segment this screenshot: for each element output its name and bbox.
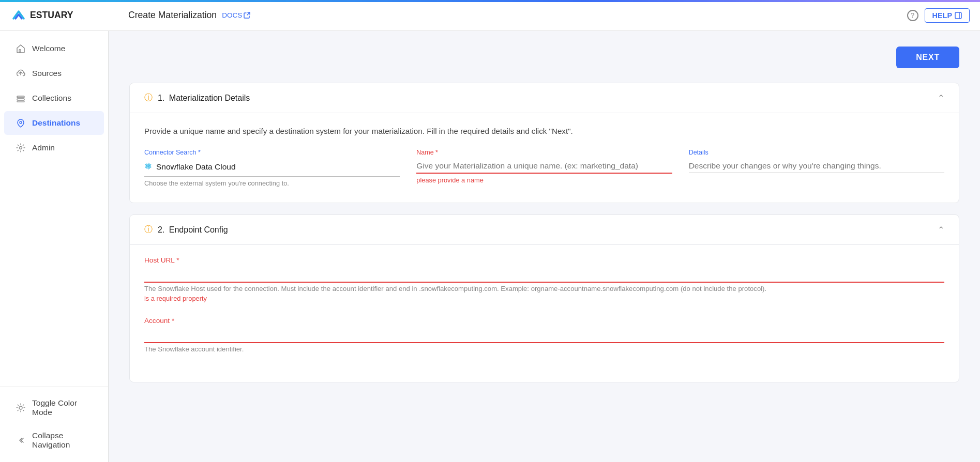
chevron-left-icon [16,435,26,445]
svg-point-6 [20,121,22,124]
topbar-right: ? HELP [907,8,970,23]
section-2-chevron: ⌃ [938,225,944,235]
name-input[interactable] [416,159,672,174]
section-1-body: Provide a unique name and specify a dest… [130,113,959,203]
materialization-details-header[interactable]: ⓘ 1. Materialization Details ⌃ [130,83,959,113]
name-field: Name * please provide a name [416,149,672,187]
endpoint-config-section: ⓘ 2. Endpoint Config ⌃ Host URL * The Sn… [129,214,959,382]
sun-icon [16,403,26,413]
sidebar-item-admin[interactable]: Admin [4,136,104,160]
account-input[interactable] [144,328,944,343]
svg-rect-2 [19,50,21,52]
collections-icon [16,93,26,103]
svg-rect-3 [17,96,24,98]
connector-search-value: ❅ Snowflake Data Cloud [144,159,400,175]
details-input[interactable] [689,159,944,173]
endpoint-section-header-left: ⓘ 2. Endpoint Config [144,224,228,235]
svg-rect-0 [955,12,961,19]
details-label: Details [689,149,944,156]
cloud-upload-icon [16,68,26,79]
next-button[interactable]: NEXT [896,47,959,68]
snowflake-icon: ❅ [144,161,152,172]
layout: Welcome Sources Collections Destinations… [0,31,980,462]
section-1-description: Provide a unique name and specify a dest… [144,127,944,135]
host-url-block: Host URL * The Snowflake Host used for t… [144,256,944,302]
sidebar-item-sources[interactable]: Sources [4,61,104,85]
logo-icon [10,7,27,24]
connector-search-label: Connector Search * [144,149,400,156]
sidebar-item-destinations-label: Destinations [32,118,80,128]
next-btn-row: NEXT [129,47,959,68]
topbar-accent [0,0,980,2]
destinations-icon [16,118,26,128]
external-link-icon [244,12,250,19]
sidebar-item-collapse-nav[interactable]: Collapse Navigation [4,424,104,456]
sidebar-item-collapse-nav-label: Collapse Navigation [32,431,93,450]
host-url-label: Host URL * [144,256,944,264]
section-1-title: 1. Materialization Details [158,94,250,103]
sidebar-item-toggle-color[interactable]: Toggle Color Mode [4,392,104,424]
sidebar-item-toggle-color-label: Toggle Color Mode [32,398,93,417]
sidebar-item-collections-label: Collections [32,94,71,103]
sidebar-item-admin-label: Admin [32,143,55,152]
logo: ESTUARY [10,7,114,24]
section-2-title: 2. Endpoint Config [158,225,228,235]
section-header-left: ⓘ 1. Materialization Details [144,93,250,103]
topbar: ESTUARY Create Materialization DOCS ? HE… [0,0,980,31]
endpoint-section-body: Host URL * The Snowflake Host used for t… [130,245,959,382]
help-question-icon[interactable]: ? [907,10,918,21]
svg-rect-5 [17,101,24,102]
sidebar-item-welcome[interactable]: Welcome [4,37,104,60]
endpoint-config-header[interactable]: ⓘ 2. Endpoint Config ⌃ [130,215,959,245]
warning-icon-1: ⓘ [144,93,153,103]
panel-icon [955,12,962,19]
form-row-1: Connector Search * ❅ Snowflake Data Clou… [144,149,944,187]
name-label: Name * [416,149,672,156]
sidebar-item-sources-label: Sources [32,69,62,78]
svg-point-7 [20,147,22,149]
sidebar: Welcome Sources Collections Destinations… [0,31,109,462]
help-button[interactable]: HELP [925,8,970,23]
connector-search-field: Connector Search * ❅ Snowflake Data Clou… [144,149,400,187]
account-block: Account * The Snowflake account identifi… [144,317,944,353]
connector-search-text: Snowflake Data Cloud [156,162,236,172]
account-desc: The Snowflake account identifier. [144,345,944,353]
home-icon [16,43,26,54]
connector-search-hint: Choose the external system you're connec… [144,179,400,187]
host-url-input[interactable] [144,267,944,283]
name-error: please provide a name [416,176,672,184]
gear-icon [16,143,26,153]
logo-text: ESTUARY [30,10,73,21]
svg-rect-4 [17,99,24,100]
page-title: Create Materialization DOCS [128,10,250,21]
sidebar-item-collections[interactable]: Collections [4,86,104,110]
warning-icon-2: ⓘ [144,224,153,235]
main-content: NEXT ⓘ 1. Materialization Details ⌃ Prov… [109,31,980,462]
svg-point-8 [19,406,22,409]
docs-link[interactable]: DOCS [222,11,250,19]
section-1-chevron: ⌃ [938,93,944,103]
account-label: Account * [144,317,944,325]
sidebar-item-welcome-label: Welcome [32,44,65,53]
details-field: Details [689,149,944,187]
host-url-error: is a required property [144,295,944,302]
sidebar-item-destinations[interactable]: Destinations [4,111,104,135]
host-url-desc: The Snowflake Host used for the connecti… [144,285,944,292]
sidebar-bottom: Toggle Color Mode Collapse Navigation [0,387,108,462]
materialization-details-section: ⓘ 1. Materialization Details ⌃ Provide a… [129,83,959,203]
